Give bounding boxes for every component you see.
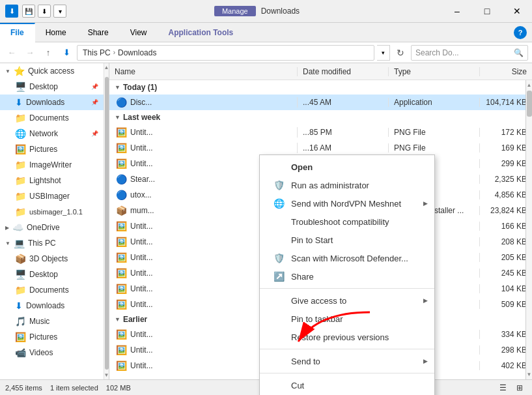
- sidebar-item-network[interactable]: 🌐 Network 📌: [0, 126, 104, 141]
- scroll-down-arrow[interactable]: ▼: [526, 370, 532, 379]
- window-title-text: Downloads: [261, 7, 300, 16]
- maximize-button[interactable]: □: [472, 0, 502, 22]
- section-lastweek-chevron[interactable]: ▼: [115, 114, 120, 121]
- tab-share[interactable]: Share: [77, 23, 120, 42]
- details-view-button[interactable]: ☰: [496, 381, 510, 394]
- ctx-send-nordvpn[interactable]: 🌐 Send with NordVPN Meshnet: [260, 194, 434, 212]
- sidebar-item-lightshot[interactable]: 📁 Lightshot: [0, 173, 104, 188]
- section-today-chevron[interactable]: ▼: [115, 84, 120, 91]
- sidebar-item-thispc[interactable]: ▼ 💻 This PC: [0, 235, 104, 251]
- quick-save-buttons: 💾 ⬇ ▾: [22, 5, 66, 18]
- sidebar-scroll-thumb[interactable]: [105, 77, 109, 370]
- ctx-troubleshoot[interactable]: Troubleshoot compatibility: [260, 212, 434, 231]
- qs-down[interactable]: ⬇: [38, 5, 51, 18]
- share-icon: ↗️: [273, 271, 285, 282]
- ctx-open[interactable]: Open: [260, 158, 434, 176]
- ctx-restore[interactable]: Restore previous versions: [260, 328, 434, 346]
- forward-button: →: [22, 45, 38, 61]
- sidebar-item-desktop-2[interactable]: 🖥️ Desktop: [0, 267, 104, 282]
- send-to-icon: [273, 355, 285, 367]
- table-row[interactable]: 🔵 Disc... ...45 AM Application 104,714 K…: [109, 95, 532, 110]
- col-header-type[interactable]: Type: [389, 67, 480, 76]
- sidebar-item-documents-2[interactable]: 📁 Documents: [0, 282, 104, 298]
- search-box[interactable]: Search Do... 🔍: [411, 45, 528, 61]
- help-button[interactable]: ?: [514, 26, 527, 39]
- give-access-icon: [273, 295, 285, 306]
- back-button: ←: [4, 45, 20, 61]
- pin-icon-network: 📌: [91, 130, 98, 137]
- tab-file[interactable]: File: [0, 23, 35, 42]
- address-path[interactable]: This PC › Downloads: [77, 45, 374, 61]
- sidebar-item-pictures-2[interactable]: 🖼️ Pictures: [0, 329, 104, 345]
- sidebar-label-quick-access: Quick access: [28, 66, 98, 76]
- expand-onedrive[interactable]: ▶: [5, 225, 9, 231]
- onedrive-icon: ☁️: [12, 222, 23, 233]
- ctx-pin-taskbar[interactable]: Pin to taskbar: [260, 310, 434, 328]
- sidebar-item-3d[interactable]: 📦 3D Objects: [0, 251, 104, 267]
- file-name-disc: 🔵 Disc...: [109, 97, 298, 108]
- close-button[interactable]: ✕: [502, 0, 532, 22]
- ctx-send-to[interactable]: Send to: [260, 352, 434, 370]
- address-dropdown[interactable]: ▾: [377, 45, 390, 61]
- app-icon-steam: 🔵: [115, 174, 128, 184]
- col-header-date[interactable]: Date modified: [298, 67, 389, 76]
- sidebar-item-downloads-1[interactable]: ⬇ Downloads 📌: [0, 95, 104, 110]
- pin-icon-downloads: 📌: [91, 99, 98, 106]
- sidebar-label-documents-2: Documents: [29, 285, 98, 295]
- sidebar-item-downloads-2[interactable]: ⬇ Downloads: [0, 298, 104, 314]
- scroll-thumb[interactable]: [527, 91, 532, 117]
- sidebar-item-onedrive[interactable]: ▶ ☁️ OneDrive: [0, 220, 104, 235]
- ctx-pin-start[interactable]: Pin to Start: [260, 231, 434, 249]
- sidebar-item-music[interactable]: 🎵 Music: [0, 314, 104, 329]
- context-menu: Open 🛡️ Run as administrator 🌐 Send with…: [259, 154, 435, 395]
- up-button[interactable]: ↑: [40, 45, 56, 61]
- expand-quick-access[interactable]: ▼: [5, 68, 10, 74]
- sidebar-scroll-up[interactable]: ▲: [104, 63, 109, 72]
- main-area: ▼ ⭐ Quick access 🖥️ Desktop 📌 ⬇ Download…: [0, 63, 532, 379]
- col-header-name[interactable]: Name: [109, 67, 298, 76]
- status-size: 102 MB: [106, 384, 131, 392]
- sidebar-scroll-down[interactable]: ▼: [104, 371, 109, 379]
- ctx-give-access[interactable]: Give access to: [260, 291, 434, 310]
- tab-home[interactable]: Home: [35, 23, 77, 42]
- ctx-share[interactable]: ↗️ Share: [260, 267, 434, 285]
- section-earlier-label: Earlier: [123, 315, 147, 324]
- section-earlier-chevron[interactable]: ▼: [115, 316, 120, 323]
- title-bar: ⬇ 💾 ⬇ ▾ Manage Downloads – □ ✕: [0, 0, 532, 23]
- sidebar-scrollbar[interactable]: ▲ ▼: [104, 63, 109, 379]
- table-row[interactable]: 🖼️Untit... ...85 PM PNG File 172 KB: [109, 124, 532, 140]
- network-icon: 🌐: [15, 128, 26, 139]
- ctx-cut[interactable]: Cut: [260, 376, 434, 394]
- col-header-size[interactable]: Size: [480, 67, 532, 76]
- sidebar-item-quick-access[interactable]: ▼ ⭐ Quick access: [0, 63, 104, 79]
- sidebar-item-imagewriter[interactable]: 📁 ImageWriter: [0, 157, 104, 173]
- ctx-scan-defender[interactable]: 🛡️ Scan with Microsoft Defender...: [260, 249, 434, 267]
- ctx-run-admin[interactable]: 🛡️ Run as administrator: [260, 176, 434, 194]
- title-bar-left: ⬇ 💾 ⬇ ▾: [0, 0, 72, 22]
- large-icons-button[interactable]: ⊞: [512, 381, 527, 394]
- usbimager2-icon: 📁: [15, 207, 26, 217]
- sidebar-item-documents-1[interactable]: 📁 Documents: [0, 110, 104, 126]
- sidebar-item-desktop-1[interactable]: 🖥️ Desktop 📌: [0, 79, 104, 95]
- sidebar-item-videos[interactable]: 📹 Videos: [0, 345, 104, 360]
- file-date-disc: ...45 AM: [298, 98, 389, 107]
- ribbon-manage-tab[interactable]: Manage: [214, 6, 256, 16]
- scroll-up-arrow[interactable]: ▲: [526, 80, 532, 90]
- sidebar-item-pictures[interactable]: 🖼️ Pictures: [0, 141, 104, 157]
- sidebar-item-usbimager[interactable]: 📁 USBImager: [0, 188, 104, 204]
- ctx-sep-2: [260, 349, 434, 349]
- minimize-button[interactable]: –: [442, 0, 472, 22]
- qs-dropdown[interactable]: ▾: [53, 5, 66, 18]
- sidebar-label-documents-1: Documents: [29, 113, 98, 123]
- window-title: Manage Downloads: [72, 0, 442, 22]
- refresh-button[interactable]: ↻: [393, 45, 408, 61]
- sidebar-item-usbimager2[interactable]: 📁 usbimager_1.0.1: [0, 204, 104, 220]
- file-list-scrollbar[interactable]: ▲ ▼: [525, 80, 532, 379]
- documents-icon-2: 📁: [15, 285, 26, 295]
- qs-save[interactable]: 💾: [22, 5, 35, 18]
- sidebar-scroll[interactable]: ▼ ⭐ Quick access 🖥️ Desktop 📌 ⬇ Download…: [0, 63, 104, 379]
- expand-thispc[interactable]: ▼: [5, 241, 10, 246]
- tab-app-tools[interactable]: Application Tools: [158, 23, 245, 42]
- table-row[interactable]: 🖼️Untit... ...16 AM PNG File 169 KB: [109, 140, 532, 156]
- tab-view[interactable]: View: [120, 23, 158, 42]
